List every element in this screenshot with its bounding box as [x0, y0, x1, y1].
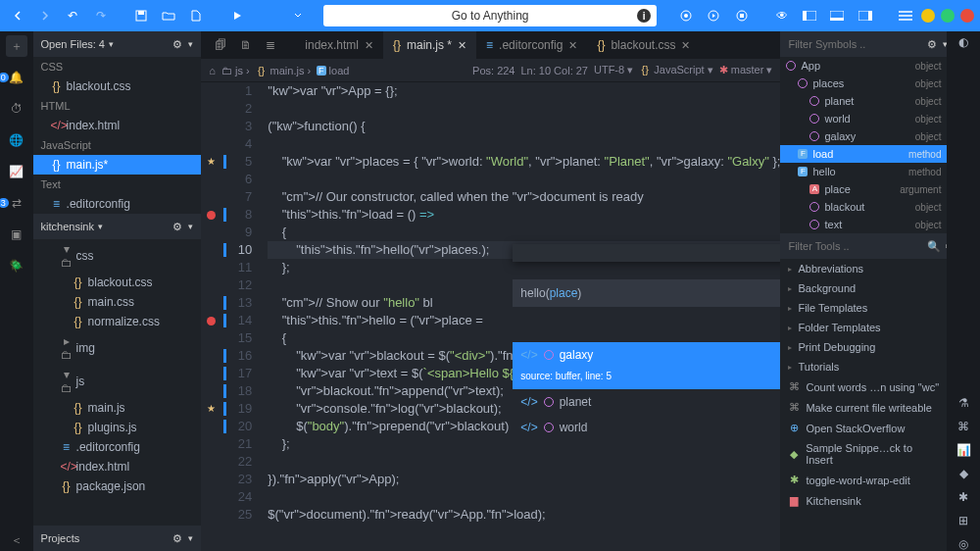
flask-icon[interactable]: ⚗	[958, 396, 969, 410]
save-button[interactable]	[129, 5, 153, 26]
crumb-folder[interactable]: 🗀 js ›	[221, 65, 250, 76]
tab-main-js-[interactable]: {}main.js *✕	[383, 31, 476, 59]
minimize-button[interactable]	[921, 9, 935, 23]
gear-icon[interactable]: ⚙	[172, 532, 182, 545]
tree-file[interactable]: ≡.editorconfig	[33, 437, 202, 457]
symbol-item[interactable]: placesobject	[780, 75, 947, 92]
language-dropdown[interactable]: {} JavaScript ▾	[639, 64, 712, 76]
layout-left-button[interactable]	[798, 5, 821, 26]
new-button[interactable]	[184, 5, 208, 26]
tab--editorconfig[interactable]: ≡.editorconfig✕	[476, 31, 587, 59]
globe-icon[interactable]: 🌐	[6, 129, 27, 151]
layout-bottom-button[interactable]	[825, 5, 849, 26]
play-button[interactable]	[225, 5, 249, 26]
encoding-dropdown[interactable]: UTF-8 ▾	[594, 64, 633, 76]
tree-file[interactable]: {}blackout.css	[33, 273, 202, 292]
tree-file[interactable]: </>index.html	[33, 457, 202, 476]
file-index-html[interactable]: </>index.html	[33, 116, 202, 135]
symbol-item[interactable]: Fhellomethod	[780, 163, 947, 180]
folder-img[interactable]: ▸ 🗀img	[33, 331, 202, 365]
tool-category[interactable]: ▸Print Debugging	[780, 337, 947, 357]
macro-play-button[interactable]	[702, 5, 725, 26]
tool-item[interactable]: ▆Kitchensink	[780, 490, 947, 511]
tool-category[interactable]: ▸Tutorials	[780, 357, 947, 376]
redo-button[interactable]: ↷	[89, 5, 113, 26]
symbols-filter[interactable]	[788, 38, 923, 50]
tool-category[interactable]: ▸Background	[780, 278, 947, 298]
tool-item[interactable]: ⊕Open StackOverflow	[780, 418, 947, 438]
target-icon[interactable]: ◎	[958, 537, 968, 551]
tree-file[interactable]: {}main.js	[33, 398, 202, 418]
branch-dropdown[interactable]: ✱ master ▾	[719, 64, 773, 76]
tool-category[interactable]: ▸Folder Templates	[780, 318, 947, 337]
notify-icon[interactable]: 🔔0	[6, 67, 27, 88]
tab-index-html[interactable]: index.html✕	[289, 31, 383, 59]
forward-button[interactable]	[33, 5, 57, 26]
changes-icon[interactable]: ⇄3	[6, 192, 27, 214]
macro-save-button[interactable]	[729, 5, 753, 26]
home-icon[interactable]: ⌂	[209, 65, 216, 76]
settings-icon[interactable]: ⊞	[958, 514, 968, 527]
completion-item[interactable]: </> worldobject	[513, 415, 780, 440]
folder-css[interactable]: ▾ 🗀css	[33, 239, 202, 273]
file-main-js[interactable]: {}main.js*	[33, 155, 202, 175]
file-blackout-css[interactable]: {}blackout.css	[33, 76, 202, 96]
close-icon[interactable]: ✕	[568, 39, 577, 52]
back-button[interactable]	[6, 5, 29, 26]
tree-file[interactable]: {}main.css	[33, 292, 202, 312]
text-icon[interactable]: 🗎	[240, 38, 252, 52]
tree-file[interactable]: {}package.json	[33, 476, 202, 496]
cmd-icon[interactable]: ⌘	[957, 420, 969, 433]
symbol-item[interactable]: galaxyobject	[780, 127, 947, 145]
code-editor[interactable]: ★★ 1234567891011121314151617181920212223…	[201, 82, 780, 551]
tree-file[interactable]: {}normalize.css	[33, 312, 202, 331]
open-button[interactable]	[157, 5, 180, 26]
close-button[interactable]	[960, 9, 974, 23]
symbol-item[interactable]: Floadmethod	[780, 145, 947, 163]
maximize-button[interactable]	[941, 9, 955, 23]
completion-item[interactable]: </> galaxyobject	[513, 342, 780, 368]
gear-icon[interactable]: ⚙	[927, 38, 937, 51]
debug-icon[interactable]: ⏱	[6, 98, 27, 120]
close-icon[interactable]: ✕	[681, 39, 690, 52]
open-files-header[interactable]: Open Files: 4▾ ⚙▾	[33, 31, 202, 57]
symbol-item[interactable]: blackoutobject	[780, 198, 947, 216]
tab-blackout-css[interactable]: {}blackout.css✕	[587, 31, 700, 59]
gear-icon[interactable]: ⚙	[172, 38, 182, 51]
symbol-item[interactable]: Appobject	[780, 57, 947, 75]
add-icon[interactable]: ＋	[6, 35, 27, 57]
dropdown-button[interactable]	[286, 5, 310, 26]
close-icon[interactable]: ✕	[458, 39, 466, 52]
tool-item[interactable]: ✱toggle-word-wrap-edit	[780, 470, 947, 490]
tool-item[interactable]: ⌘Count words …n using "wc"	[780, 376, 947, 397]
panel-icon[interactable]: ▣	[6, 224, 27, 245]
symbol-item[interactable]: planetobject	[780, 92, 947, 110]
search-icon[interactable]: 🔍	[927, 240, 941, 253]
bug-icon[interactable]: 🪲	[6, 255, 27, 276]
tree-file[interactable]: {}plugins.js	[33, 418, 202, 437]
project-header[interactable]: kitchensink▾ ⚙▾	[33, 214, 202, 239]
chart-icon[interactable]: 📊	[956, 443, 971, 457]
file-editorconfig[interactable]: ≡.editorconfig	[33, 194, 202, 214]
db-icon[interactable]: ≣	[266, 38, 275, 52]
view-button[interactable]: 👁	[770, 5, 794, 26]
completion-item[interactable]: </> planetobject	[513, 389, 780, 415]
toggle-icon[interactable]: ◐	[958, 35, 968, 49]
menu-button[interactable]	[894, 5, 917, 26]
info-icon[interactable]: i	[637, 9, 651, 23]
activity-icon[interactable]: 📈	[6, 161, 27, 182]
tool-category[interactable]: ▸Abbreviations	[780, 259, 947, 278]
projects-header[interactable]: Projects ⚙▾	[33, 526, 202, 551]
folder-js[interactable]: ▾ 🗀js	[33, 365, 202, 398]
undo-button[interactable]: ↶	[61, 5, 84, 26]
symbol-item[interactable]: textobject	[780, 216, 947, 233]
crumb-func[interactable]: F load	[317, 65, 349, 76]
star-icon[interactable]: ✱	[958, 490, 968, 504]
share-icon[interactable]: ＜	[6, 529, 27, 551]
snippet-icon[interactable]: ◆	[959, 467, 968, 480]
tool-item[interactable]: ◆Sample Snippe…ck to Insert	[780, 438, 947, 470]
close-icon[interactable]: ✕	[365, 39, 373, 52]
symbol-item[interactable]: worldobject	[780, 110, 947, 127]
tool-category[interactable]: ▸File Templates	[780, 298, 947, 318]
crumb-file[interactable]: {} main.js ›	[256, 65, 312, 76]
